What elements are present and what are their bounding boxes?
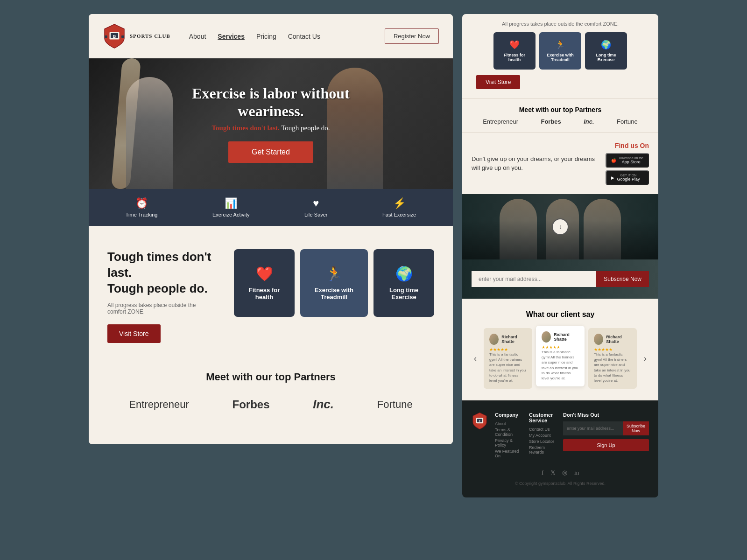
activity-icon: 📊 <box>225 197 237 210</box>
card-label-longexercise: Long time Exercise <box>381 287 427 301</box>
get-started-button[interactable]: Get Started <box>228 141 313 163</box>
gym-photo-section: ↓ <box>462 194 658 259</box>
subscribe-button[interactable]: Subscribe Now <box>596 271 649 287</box>
google-icon: ▶ <box>611 175 614 180</box>
stat-label-1: Time Tracking <box>126 212 158 217</box>
footer-link-terms[interactable]: Terms & Condition <box>495 427 522 437</box>
right-fitness-icon: ❤️ <box>509 40 520 50</box>
app-store-button[interactable]: 🍎 Download on the App Store <box>606 153 649 168</box>
svg-text:B: B <box>113 34 116 39</box>
service-card-fitness[interactable]: ❤️ Fitness for health <box>234 249 295 317</box>
footer-subscribe-button[interactable]: Subscribe Now <box>623 421 649 435</box>
footer-link-featured[interactable]: We Featured On <box>495 449 522 458</box>
right-exercise-icon: 🌍 <box>601 40 611 50</box>
find-us-section: Don't give up on your dreams, or your dr… <box>462 132 658 194</box>
stat-label-2: Exercize Activity <box>212 212 249 217</box>
right-card-treadmill[interactable]: 🏃 Exercise with Treadmill <box>539 32 581 70</box>
tough-title: Tough times don't last.Tough people do. <box>107 249 215 296</box>
right-progress-text: All progress takes place outside the com… <box>472 21 649 27</box>
service-card-longexercise[interactable]: 🌍 Long time Exercise <box>374 249 434 317</box>
testimonial-card-2: Richard Shatte ★★★★★ This is a fantastic… <box>536 326 585 386</box>
tough-desc: All progress takes place outside the com… <box>107 302 215 315</box>
right-card-label-2: Exercise with Treadmill <box>543 53 578 62</box>
hero-subtitle-red: Tough times don't last. <box>211 124 279 132</box>
card-label-fitness: Fitness for health <box>241 287 288 301</box>
footer-link-redeem[interactable]: Redeem rewards <box>529 445 556 455</box>
hero-content: Exercise is labor without weariness. Tou… <box>180 84 362 163</box>
google-play-label: GET IT ON Google Play <box>617 174 640 182</box>
testimonial-card-3: Richard Shatte ★★★★★ This is a fantastic… <box>588 328 637 389</box>
hero-title: Exercise is labor without weariness. <box>180 84 362 120</box>
footer-email-input[interactable] <box>563 421 623 435</box>
nav-services[interactable]: Services <box>218 33 245 40</box>
brand-name: SPORts CLuB <box>130 33 170 39</box>
facebook-icon[interactable]: f <box>542 469 543 476</box>
nav-about[interactable]: About <box>189 33 206 40</box>
footer-link-store[interactable]: Store Locator <box>529 439 556 444</box>
t-name-3: Richard Shatte <box>606 335 631 344</box>
nav-links: About Services Pricing Contact Us <box>189 33 371 40</box>
right-card-label-1: Fitness for health <box>497 53 532 62</box>
svg-rect-3 <box>105 35 107 38</box>
time-icon: ⏰ <box>135 197 148 210</box>
linkedin-icon[interactable]: in <box>574 469 579 476</box>
t-text-2: This is a fantastic gym! All the trainer… <box>542 350 579 381</box>
card-label-treadmill: Exercise with Treadmill <box>307 287 361 301</box>
next-testimonial-button[interactable]: › <box>641 351 649 366</box>
stat-label-4: Fast Excersize <box>382 212 416 217</box>
partners-title: Meet with our top Partners <box>107 371 434 383</box>
footer-social: f 𝕏 ◎ in <box>472 469 649 476</box>
right-top-section: All progress takes place outside the com… <box>462 14 658 98</box>
stat-life-saver: ♥ Life Saver <box>304 197 328 217</box>
nav-pricing[interactable]: Pricing <box>256 33 276 40</box>
fast-icon: ⚡ <box>393 197 406 210</box>
rp-fortune: Fortune <box>617 118 638 125</box>
prev-testimonial-button[interactable]: ‹ <box>472 351 479 366</box>
t-avatar-1 <box>489 334 499 345</box>
tough-text: Tough times don't last.Tough people do. … <box>107 249 215 343</box>
footer-email-row: Subscribe Now <box>563 421 649 435</box>
scroll-down-button[interactable]: ↓ <box>552 218 569 235</box>
visit-store-button[interactable]: Visit Store <box>107 324 161 343</box>
t-stars-2: ★★★★★ <box>542 345 579 350</box>
tough-section: Tough times don't last.Tough people do. … <box>107 249 434 343</box>
google-play-button[interactable]: ▶ GET IT ON Google Play <box>606 170 649 185</box>
service-card-treadmill[interactable]: 🏃 Exercise with Treadmill <box>300 249 368 317</box>
right-partners-logos: Entrepreneur Forbes Inc. Fortune <box>472 118 649 125</box>
register-button[interactable]: Register Now <box>385 28 439 44</box>
partner-forbes: Forbes <box>233 398 270 411</box>
right-visit-store-button[interactable]: Visit Store <box>476 75 520 89</box>
nav-contact[interactable]: Contact Us <box>288 33 320 40</box>
footer-link-about[interactable]: About <box>495 421 522 426</box>
footer-link-account[interactable]: My Account <box>529 433 556 438</box>
partner-fortune: Fortune <box>377 399 413 411</box>
t-header-1: Richard Shatte <box>489 334 527 345</box>
testimonials-section: What our client say ‹ Richard Shatte ★★★… <box>462 299 658 400</box>
footer-link-contact[interactable]: Contact Us <box>529 427 556 432</box>
right-card-exercise[interactable]: 🌍 Long time Exercise <box>585 32 627 70</box>
testimonial-card-1: Richard Shatte ★★★★★ This is a fantastic… <box>484 328 532 389</box>
subscribe-input[interactable] <box>472 271 596 287</box>
hero-subtitle-normal: Tough people do. <box>281 124 330 132</box>
app-badges: 🍎 Download on the App Store ▶ GET IT ON … <box>606 153 649 185</box>
testimonials-row: ‹ Richard Shatte ★★★★★ This is a fantast… <box>472 328 649 389</box>
footer-sign-button[interactable]: Sign Up <box>563 439 649 451</box>
left-panel: B SPORts CLuB About Services Pricing Con… <box>89 14 453 444</box>
footer-link-privacy[interactable]: Privacy & Policy <box>495 438 522 448</box>
logo: B SPORts CLuB <box>103 23 170 49</box>
t-stars-1: ★★★★★ <box>489 347 527 352</box>
right-card-fitness[interactable]: ❤️ Fitness for health <box>493 32 536 70</box>
testimonial-cards: Richard Shatte ★★★★★ This is a fantastic… <box>484 328 637 389</box>
rp-entrepreneur: Entrepreneur <box>483 118 518 125</box>
app-store-label: Download on the App Store <box>619 156 643 164</box>
footer-company-col: Company About Terms & Condition Privacy … <box>495 412 522 460</box>
partner-entrepreneur: Entrepreneur <box>129 399 189 411</box>
rp-forbes: Forbes <box>541 118 561 125</box>
footer-copyright: © Copyright gymsportsclub. All Rights Re… <box>472 481 649 486</box>
footer-customer-col: Customer Service Contact Us My Account S… <box>529 412 556 456</box>
instagram-icon[interactable]: ◎ <box>562 469 567 476</box>
heart-icon: ♥ <box>313 197 319 210</box>
hero-section: Exercise is labor without weariness. Tou… <box>89 58 453 189</box>
twitter-icon[interactable]: 𝕏 <box>550 469 555 476</box>
t-avatar-2 <box>542 331 551 343</box>
